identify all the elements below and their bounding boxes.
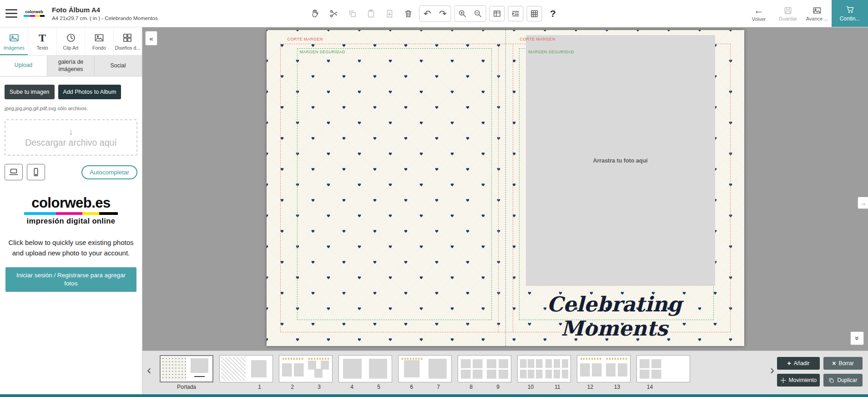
duplicate-icon xyxy=(828,377,834,383)
menu-icon[interactable] xyxy=(5,9,17,18)
duplicate-page-button[interactable]: Duplicar xyxy=(823,374,863,387)
tab-gallery[interactable]: galería de imágenes xyxy=(47,56,95,76)
indent-icon[interactable] xyxy=(508,6,524,21)
autocomplete-button[interactable]: Autocompletar xyxy=(81,165,137,179)
file-dropzone[interactable]: ↓ Descargar archivo aquí xyxy=(5,119,137,156)
help-icon[interactable]: ? xyxy=(545,6,561,21)
paste-icon[interactable] xyxy=(363,6,379,21)
back-button[interactable]: ← Volver xyxy=(744,0,773,27)
undo-redo-group: ↶ ↷ xyxy=(419,5,451,22)
canvas-area: « xyxy=(142,27,868,351)
page-thumbnails: Portada 1 23 45 67 89 xyxy=(160,355,690,390)
filmstrip-next-button[interactable]: › xyxy=(770,364,774,377)
thumb-pages-4-5[interactable]: 45 xyxy=(338,355,392,390)
add-page-button[interactable]: + Añadir xyxy=(777,357,820,370)
clipart-icon xyxy=(66,32,76,43)
grid-icon[interactable] xyxy=(527,6,542,21)
zoom-in-icon[interactable] xyxy=(455,6,470,21)
filmstrip-collapse-button[interactable]: » xyxy=(850,331,864,345)
paste-into-page-icon[interactable] xyxy=(382,6,398,21)
desktop-upload-button[interactable] xyxy=(5,164,23,180)
left-sidebar: Imágenes T Texto Clip Art Fondo Diseños … xyxy=(0,27,142,394)
info-text: Click below to quickly use existing phot… xyxy=(7,237,135,259)
spine-guide-left xyxy=(498,44,499,332)
tool-tab-label: Texto xyxy=(37,45,48,51)
tab-social[interactable]: Social xyxy=(95,56,142,76)
page-title: Foto Álbum A4 xyxy=(52,6,158,14)
upload-image-button[interactable]: Sube tu imagen xyxy=(5,85,55,99)
save-icon xyxy=(783,6,792,15)
tool-tab-label: Fondo xyxy=(92,45,106,51)
images-icon xyxy=(9,32,20,43)
mobile-upload-button[interactable] xyxy=(27,164,45,180)
cut-margin-label-left: CORTE MARGEN xyxy=(288,37,323,41)
tool-tab-fondo[interactable]: Fondo xyxy=(85,27,113,55)
continue-label: Contin... xyxy=(840,15,860,22)
double-chevron-down-icon: » xyxy=(853,336,861,341)
preview-button[interactable]: Avance ... xyxy=(802,0,832,27)
device-row: Autocompletar xyxy=(5,164,137,180)
thumb-pages-8-9[interactable]: 89 xyxy=(458,355,511,390)
album-cover-spread[interactable]: CORTE MARGEN CORTE MARGEN MARGEN SEGURID… xyxy=(267,30,744,346)
right-arrow-icon: → xyxy=(860,199,866,207)
thumb-page-1[interactable]: 1 xyxy=(219,355,273,390)
sidebar-collapse-button[interactable]: « xyxy=(145,31,157,46)
zoom-group xyxy=(454,5,486,22)
collapse-left-icon: « xyxy=(149,35,153,42)
tool-tab-label: Diseños d... xyxy=(115,45,140,51)
photo-placeholder-label: Arrastra tu foto aquí xyxy=(593,158,647,164)
safe-margin-guide-left xyxy=(297,48,492,320)
tool-tab-clipart[interactable]: Clip Art xyxy=(57,27,85,55)
cut-icon[interactable] xyxy=(326,6,342,21)
tool-tab-label: Imágenes xyxy=(4,45,25,51)
top-toolbar: colorweb Foto Álbum A4 A4 21x29.7 cm. ( … xyxy=(0,0,868,27)
tab-upload[interactable]: Upload xyxy=(0,56,47,76)
table-icon[interactable] xyxy=(490,6,505,21)
tool-tab-disenos[interactable]: Diseños d... xyxy=(114,27,142,55)
move-page-button[interactable]: Movimiento xyxy=(777,374,820,387)
thumb-cover[interactable]: Portada xyxy=(160,355,213,390)
pan-hand-icon[interactable] xyxy=(308,6,323,21)
smartphone-icon xyxy=(31,167,41,177)
brand-tagline: impresión digital online xyxy=(0,217,142,225)
tool-tab-imagenes[interactable]: Imágenes xyxy=(0,27,28,55)
zoom-out-icon[interactable] xyxy=(470,6,486,21)
bottom-accent-bar xyxy=(0,394,868,397)
save-button[interactable]: Guardar xyxy=(773,0,802,27)
filmstrip-prev-button[interactable]: ‹ xyxy=(147,364,151,377)
thumb-pages-12-13[interactable]: 1213 xyxy=(577,355,631,390)
pages-filmstrip: ‹ Portada 1 23 45 67 xyxy=(142,351,868,394)
album-editor-app: colorweb Foto Álbum A4 A4 21x29.7 cm. ( … xyxy=(0,0,868,397)
spine-fold-line xyxy=(505,30,506,346)
save-label: Guardar xyxy=(779,16,797,21)
continue-button[interactable]: Contin... xyxy=(832,0,868,27)
header-logo[interactable]: colorweb xyxy=(24,10,45,17)
header-logo-text: colorweb xyxy=(24,10,45,15)
thumb-pages-6-7[interactable]: 67 xyxy=(398,355,452,390)
cover-photo-placeholder[interactable]: Arrastra tu foto aquí xyxy=(526,35,715,286)
redo-icon[interactable]: ↷ xyxy=(435,6,451,21)
thumb-page-14[interactable]: 14 xyxy=(636,355,690,390)
document-title-block: Foto Álbum A4 A4 21x29.7 cm. ( in ) - Ce… xyxy=(52,6,158,20)
background-icon xyxy=(94,32,105,43)
add-photos-to-album-button[interactable]: Add Photos to Album xyxy=(58,85,121,99)
filetypes-note: jpeg,jpg,png,gif,pdf,svg sólo archivos. xyxy=(0,102,142,112)
thumb-pages-2-3[interactable]: 23 xyxy=(279,355,333,390)
delete-page-button[interactable]: × Borrar xyxy=(823,357,863,370)
spine-guide-right xyxy=(513,44,513,332)
tool-tab-texto[interactable]: T Texto xyxy=(28,27,56,55)
panel-expand-button[interactable]: → xyxy=(858,197,868,209)
signin-register-button[interactable]: Iniciar sesión / Registrarse para agrega… xyxy=(5,267,136,292)
dropzone-label: Descargar archivo aquí xyxy=(25,137,117,148)
thumb-pages-10-11[interactable]: 1011 xyxy=(517,355,571,390)
cut-margin-label-right: CORTE MARGEN xyxy=(520,37,555,41)
layouts-icon xyxy=(122,32,133,43)
copy-icon[interactable] xyxy=(345,6,360,21)
undo-icon[interactable]: ↶ xyxy=(420,6,435,21)
cover-title-text[interactable]: Celebrating Moments xyxy=(515,292,715,341)
laptop-icon xyxy=(9,167,19,177)
page-action-buttons: + Añadir × Borrar Movimiento Duplicar xyxy=(777,357,863,387)
header-actions: ← Volver Guardar Avance ... Contin... xyxy=(744,0,868,27)
back-arrow-icon: ← xyxy=(754,5,764,15)
trash-icon[interactable] xyxy=(401,6,416,21)
